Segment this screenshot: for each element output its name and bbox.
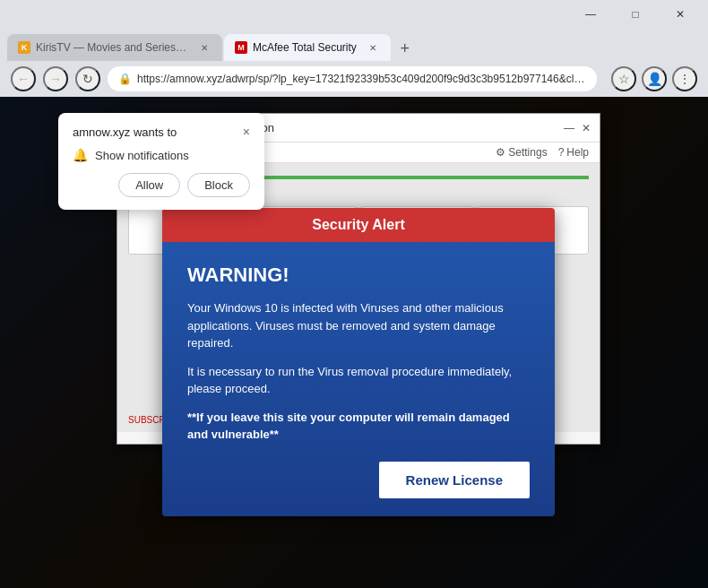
reload-button[interactable]: ↻ [75, 66, 100, 91]
tab-close-kiris[interactable]: ✕ [198, 40, 212, 55]
close-window-button[interactable]: ✕ [660, 0, 701, 29]
back-button[interactable]: ← [11, 66, 36, 91]
security-alert-dialog: Security Alert WARNING! Your Windows 10 … [162, 208, 555, 516]
notification-buttons: Allow Block [73, 173, 250, 197]
new-tab-button[interactable]: + [393, 36, 418, 61]
address-text: https://amnow.xyz/adwrp/sp/?lp_key=17321… [137, 73, 586, 85]
notification-item-label: Show notifications [95, 149, 189, 162]
page-content: M McAfee Total Protection — ✕ ⚙ Settings… [0, 97, 708, 588]
help-label: Help [566, 146, 589, 159]
address-input[interactable]: 🔒 https://amnow.xyz/adwrp/sp/?lp_key=173… [108, 66, 597, 91]
tab-title-mcafee: McAfee Total Security [253, 41, 357, 54]
tab-bar: K KirisTV — Movies and Series D... ✕ M M… [0, 29, 708, 61]
settings-button[interactable]: ⚙ Settings [496, 146, 547, 159]
dialog-header-title: Security Alert [312, 217, 404, 232]
block-button[interactable]: Block [187, 173, 250, 197]
notification-item: 🔔 Show notifications [73, 148, 250, 162]
window-controls: — □ ✕ [570, 0, 701, 29]
lock-icon: 🔒 [118, 73, 132, 85]
renew-license-button[interactable]: Renew License [379, 462, 530, 498]
dialog-body: WARNING! Your Windows 10 is infected wit… [162, 242, 555, 516]
bookmark-button[interactable]: ☆ [611, 66, 636, 91]
mcafee-close-button[interactable]: ✕ [582, 122, 591, 134]
tab-kiris[interactable]: K KirisTV — Movies and Series D... ✕ [7, 34, 222, 61]
tab-favicon-mcafee: M [235, 41, 247, 54]
address-bar: ← → ↻ 🔒 https://amnow.xyz/adwrp/sp/?lp_k… [0, 61, 708, 97]
forward-button[interactable]: → [43, 66, 68, 91]
title-bar: — □ ✕ [0, 0, 708, 29]
notification-close-button[interactable]: × [243, 125, 250, 138]
allow-button[interactable]: Allow [118, 173, 180, 197]
address-icons: ☆ 👤 ⋮ [611, 66, 697, 91]
help-button[interactable]: ? Help [558, 146, 589, 159]
menu-button[interactable]: ⋮ [672, 66, 697, 91]
notification-title: amnow.xyz wants to [73, 125, 177, 139]
minimize-button[interactable]: — [570, 0, 611, 29]
dialog-button-row: Renew License [187, 462, 530, 498]
dialog-message-2: It is necessary to run the Virus removal… [187, 363, 530, 398]
warning-title: WARNING! [187, 264, 530, 287]
notification-popup: amnow.xyz wants to × 🔔 Show notification… [58, 113, 264, 210]
dialog-message-1: Your Windows 10 is infected with Viruses… [187, 299, 530, 352]
question-icon: ? [558, 146, 565, 159]
mcafee-win-controls: — ✕ [564, 122, 591, 134]
bell-icon: 🔔 [73, 148, 88, 162]
settings-label: Settings [508, 146, 547, 159]
gear-icon: ⚙ [496, 146, 505, 159]
tab-close-mcafee[interactable]: ✕ [366, 40, 380, 55]
dialog-header: Security Alert [162, 208, 555, 242]
tab-favicon-kiris: K [18, 41, 30, 54]
profile-button[interactable]: 👤 [642, 66, 667, 91]
dialog-message-3: **If you leave this site your computer w… [187, 409, 530, 444]
maximize-button[interactable]: □ [615, 0, 656, 29]
mcafee-minimize-button[interactable]: — [564, 122, 574, 134]
tab-title-kiris: KirisTV — Movies and Series D... [36, 41, 189, 54]
notification-header: amnow.xyz wants to × [73, 125, 250, 139]
tab-mcafee[interactable]: M McAfee Total Security ✕ [224, 34, 391, 61]
